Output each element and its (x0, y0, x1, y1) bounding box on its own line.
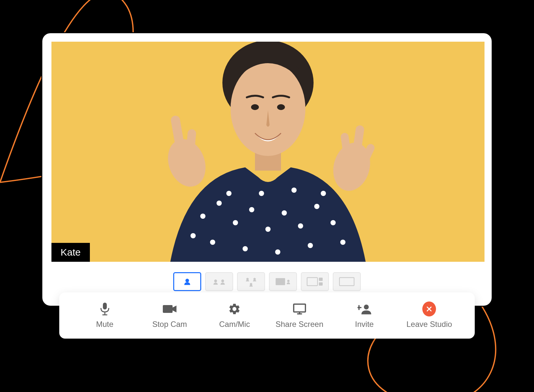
share-screen-label: Share Screen (275, 320, 323, 329)
monitor-icon (293, 302, 306, 316)
svg-point-4 (277, 104, 285, 110)
svg-rect-49 (294, 304, 305, 312)
layout-screen-side[interactable] (301, 272, 329, 291)
svg-point-17 (308, 243, 313, 248)
svg-point-52 (364, 305, 369, 310)
layout-full[interactable] (333, 272, 361, 291)
svg-point-10 (282, 210, 287, 216)
svg-point-20 (226, 191, 232, 196)
svg-rect-42 (319, 278, 323, 281)
layout-two-up[interactable] (205, 272, 233, 291)
svg-rect-44 (340, 278, 354, 286)
mute-button[interactable]: Mute (80, 302, 129, 329)
invite-label: Invite (355, 320, 373, 329)
svg-point-22 (291, 188, 297, 193)
svg-point-5 (200, 214, 205, 219)
svg-point-23 (321, 191, 326, 196)
svg-point-3 (251, 104, 259, 110)
layout-screen-thumb[interactable] (269, 272, 297, 291)
svg-point-33 (185, 279, 189, 282)
control-toolbar: Mute Stop Cam Cam/Mic Share Screen (59, 292, 475, 339)
svg-point-6 (217, 201, 222, 206)
svg-point-40 (287, 280, 289, 282)
person-add-icon (358, 302, 371, 316)
layout-picker (42, 272, 492, 291)
svg-point-24 (162, 134, 212, 192)
leave-studio-button[interactable]: Leave Studio (405, 302, 454, 329)
mute-label: Mute (96, 320, 113, 329)
close-icon (422, 302, 436, 316)
svg-rect-43 (319, 282, 323, 286)
svg-point-7 (233, 220, 238, 225)
svg-point-21 (259, 191, 264, 196)
svg-point-11 (298, 223, 303, 229)
svg-point-14 (210, 240, 215, 245)
svg-rect-45 (103, 303, 107, 310)
svg-point-8 (249, 207, 254, 212)
svg-rect-39 (276, 278, 285, 285)
camera-icon (163, 302, 176, 316)
leave-studio-label: Leave Studio (406, 320, 452, 329)
video-feed: Kate (51, 42, 485, 262)
svg-point-34 (214, 279, 217, 282)
cam-mic-button[interactable]: Cam/Mic (210, 302, 259, 329)
stop-cam-button[interactable]: Stop Cam (145, 302, 194, 329)
participant-video (121, 42, 415, 262)
stop-cam-label: Stop Cam (152, 320, 187, 329)
svg-point-15 (243, 246, 248, 251)
svg-point-12 (314, 204, 319, 209)
participant-name-tag: Kate (51, 243, 90, 262)
svg-point-9 (265, 227, 271, 232)
svg-point-19 (190, 233, 196, 238)
share-screen-button[interactable]: Share Screen (275, 302, 324, 329)
svg-rect-48 (163, 305, 173, 313)
svg-point-36 (246, 278, 249, 280)
svg-rect-41 (307, 278, 317, 286)
svg-point-2 (231, 62, 305, 156)
svg-point-16 (275, 249, 280, 255)
svg-point-38 (250, 283, 252, 285)
svg-point-35 (221, 279, 224, 282)
studio-window: Kate (41, 32, 493, 307)
invite-button[interactable]: Invite (340, 302, 389, 329)
cam-mic-label: Cam/Mic (219, 320, 250, 329)
layout-single[interactable] (173, 272, 201, 291)
layout-three-grid[interactable] (237, 272, 265, 291)
svg-point-18 (340, 240, 345, 245)
svg-point-37 (253, 278, 256, 280)
microphone-icon (98, 302, 112, 316)
svg-point-13 (330, 220, 336, 225)
gear-icon (228, 302, 241, 316)
participant-name: Kate (61, 247, 81, 258)
